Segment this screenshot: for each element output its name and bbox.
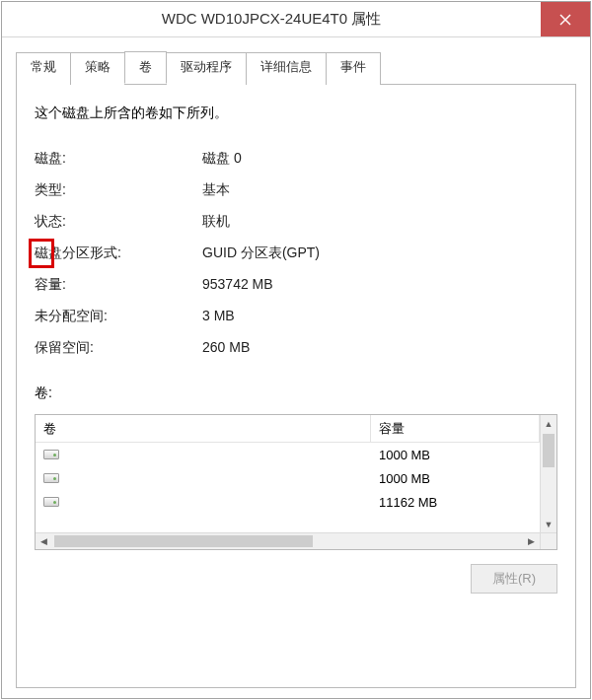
listview-header: 卷 容量 — [36, 415, 540, 443]
prop-label-disk: 磁盘: — [35, 150, 202, 168]
list-item[interactable]: 11162 MB — [36, 490, 540, 514]
prop-label-partition-style: 磁盘分区形式: — [35, 245, 202, 262]
window-title: WDC WD10JPCX-24UE4T0 属性 — [2, 2, 541, 36]
volume-properties-button[interactable]: 属性(R) — [471, 564, 557, 594]
list-item[interactable]: 1000 MB — [36, 443, 540, 466]
tab-details[interactable]: 详细信息 — [246, 52, 327, 85]
drive-icon — [43, 450, 59, 459]
button-row: 属性(R) — [35, 564, 557, 594]
scroll-down-button[interactable]: ▼ — [541, 516, 556, 532]
prop-value-status: 联机 — [202, 213, 557, 231]
col-header-name[interactable]: 卷 — [36, 415, 371, 442]
vertical-scrollbar[interactable]: ▲ ▼ — [540, 415, 556, 532]
client-area: 常规 策略 卷 驱动程序 详细信息 事件 这个磁盘上所含的卷如下所列。 磁盘: … — [2, 37, 590, 698]
scroll-track-h[interactable] — [52, 533, 523, 549]
prop-label-capacity: 容量: — [35, 276, 202, 294]
prop-value-reserved: 260 MB — [202, 339, 557, 357]
col-header-size[interactable]: 容量 — [371, 415, 540, 442]
scroll-right-button[interactable]: ▶ — [523, 533, 540, 549]
volume-size: 1000 MB — [371, 469, 540, 488]
tab-general[interactable]: 常规 — [16, 52, 71, 85]
prop-label-reserved: 保留空间: — [35, 339, 202, 357]
tabstrip: 常规 策略 卷 驱动程序 详细信息 事件 — [16, 51, 576, 84]
close-button[interactable] — [541, 2, 590, 36]
volumes-label: 卷: — [35, 385, 557, 402]
prop-label-status: 状态: — [35, 213, 202, 231]
prop-value-capacity: 953742 MB — [202, 276, 557, 294]
titlebar: WDC WD10JPCX-24UE4T0 属性 — [2, 2, 590, 37]
scroll-up-button[interactable]: ▲ — [541, 415, 556, 432]
tab-volumes[interactable]: 卷 — [124, 51, 167, 84]
prop-value-type: 基本 — [202, 181, 557, 199]
scroll-track[interactable] — [541, 432, 556, 516]
prop-label-unallocated: 未分配空间: — [35, 308, 202, 325]
volume-size: 1000 MB — [371, 446, 540, 464]
volumes-listview[interactable]: 卷 容量 1000 MB 1000 MB — [35, 414, 557, 550]
scrollbar-corner — [540, 533, 556, 549]
listview-rows: 1000 MB 1000 MB 11162 MB — [36, 443, 540, 514]
prop-label-type: 类型: — [35, 181, 202, 199]
horizontal-scrollbar[interactable]: ◀ ▶ — [36, 532, 556, 549]
disk-properties: 磁盘: 磁盘 0 类型: 基本 状态: 联机 磁盘分区形式: GUID 分区表(… — [35, 150, 557, 357]
list-item[interactable]: 1000 MB — [36, 466, 540, 490]
prop-label-partition-style-text: 磁盘分区形式: — [35, 245, 121, 260]
properties-dialog: WDC WD10JPCX-24UE4T0 属性 常规 策略 卷 驱动程序 详细信… — [1, 1, 591, 699]
scroll-thumb-h[interactable] — [54, 535, 313, 547]
scroll-thumb[interactable] — [543, 434, 555, 467]
intro-text: 这个磁盘上所含的卷如下所列。 — [35, 105, 557, 122]
listview-body: 卷 容量 1000 MB 1000 MB — [36, 415, 540, 532]
prop-value-unallocated: 3 MB — [202, 308, 557, 325]
tab-panel-volumes: 这个磁盘上所含的卷如下所列。 磁盘: 磁盘 0 类型: 基本 状态: 联机 磁盘… — [16, 84, 576, 688]
prop-value-partition-style: GUID 分区表(GPT) — [202, 245, 557, 262]
drive-icon — [43, 497, 59, 507]
tab-policy[interactable]: 策略 — [70, 52, 125, 85]
prop-value-disk: 磁盘 0 — [202, 150, 557, 168]
scroll-left-button[interactable]: ◀ — [36, 533, 52, 549]
tab-driver[interactable]: 驱动程序 — [166, 52, 247, 85]
close-icon — [559, 14, 571, 26]
tab-events[interactable]: 事件 — [326, 52, 381, 85]
volume-size: 11162 MB — [371, 493, 540, 512]
drive-icon — [43, 473, 59, 483]
